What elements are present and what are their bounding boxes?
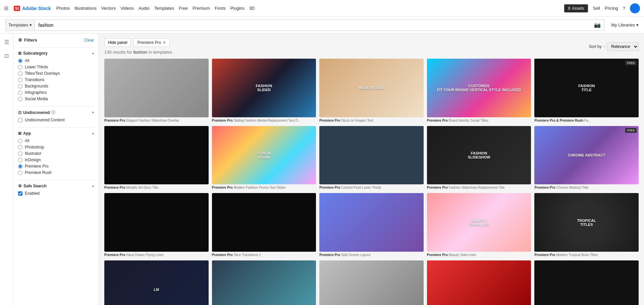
app-radio-photoshop[interactable] [18,145,22,149]
grid-item[interactable]: CHROME ABSTRACTFREEPremiere Pro Chrome A… [534,126,639,190]
grid-thumb-text: MOOD BOARD [319,59,424,117]
app-option-photoshop[interactable]: Photoshop [18,145,94,149]
app-option-premiere[interactable]: Premiere Pro [18,164,94,169]
app-radio-illustrator[interactable] [18,151,22,156]
app-radio-premiere[interactable] [18,164,22,169]
safe-search-header[interactable]: ⚙ Safe Search ▾ [18,184,94,188]
avatar[interactable] [630,3,640,13]
nav-link-3d[interactable]: 3D [249,6,255,11]
app-radio-rush[interactable] [18,171,22,175]
grid-item[interactable]: MOOD BOARDPremiere Pro Stuck on Images T… [319,59,424,123]
nav-link-vectors[interactable]: Vectors [101,6,116,11]
safe-search-checkbox[interactable] [18,191,22,196]
subcategory-radio-all[interactable] [18,59,22,63]
tag-close-icon[interactable]: ✕ [163,40,166,45]
undiscovered-header[interactable]: ⊡ Undiscovered ⓘ ▾ [18,110,94,115]
undiscovered-option[interactable]: Undiscovered Content [18,118,94,122]
subcategory-option-backgrounds[interactable]: Backgrounds [18,84,94,88]
undiscovered-checkbox[interactable] [18,118,22,122]
grid-item[interactable]: Premiere Pro Metallic Art Deco Title [104,126,209,190]
grid-item[interactable]: Premiere Pro Slice Transitions 1 [212,193,316,257]
grid-item[interactable]: Premiere Pro [319,260,424,305]
nav-link-premium[interactable]: Premium [193,6,210,11]
nav-link-plugins[interactable]: Plugins [230,6,245,11]
grid-thumb [104,59,209,117]
grid-item[interactable]: Premiere Pro [534,260,639,305]
crop-tool-icon[interactable]: ⊡ [2,51,11,61]
app-option-rush[interactable]: Premiere Rush [18,170,94,175]
subcategory-option-all[interactable]: All [18,58,94,63]
grid-thumb-text: CHROME ABSTRACT [534,126,639,185]
app-radio-indesign[interactable] [18,158,22,162]
subcategory-radio-titles[interactable] [18,71,22,76]
safe-search-enabled-option[interactable]: Enabled [18,191,94,196]
subcategory-radio-transitions[interactable] [18,78,22,82]
search-input[interactable] [38,22,591,28]
nav-link-templates[interactable]: Templates [154,6,174,11]
undiscovered-section: ⊡ Undiscovered ⓘ ▾ Undiscovered Content [18,106,94,127]
grid-item[interactable]: TROPICALTITLESPremiere Pro Modern Tropic… [534,193,639,257]
filter-tool-icon[interactable]: ☰ [2,37,11,47]
app-radio-all[interactable] [18,139,22,143]
grid-thumb [319,260,424,305]
search-category-select[interactable]: Templates ▾ [5,19,35,31]
filter-clear-button[interactable]: Clear [84,38,94,43]
assets-count: 8 [568,6,571,11]
grid-icon[interactable]: ⊞ [4,5,8,11]
subcategory-radio-social[interactable] [18,97,22,101]
nav-link-videos[interactable]: Videos [120,6,134,11]
nav-link-illustrations[interactable]: Illustrations [74,6,97,11]
help-link[interactable]: ? [623,6,625,11]
safe-search-icon: ⚙ [18,184,22,188]
grid-item[interactable]: Premiere Pro Colorful Fluid Lower Thirds [319,126,424,190]
app-header[interactable]: ⊞ App ▾ [18,131,94,136]
pricing-link[interactable]: Pricing [605,6,618,11]
grid-thumb: FASHIONSLIDER [212,59,316,117]
nav-link-photos[interactable]: Photos [56,6,70,11]
app-option-indesign[interactable]: InDesign [18,158,94,162]
grid-item[interactable]: Premiere Pro [427,260,531,305]
subcategory-option-infographics[interactable]: Infographics [18,90,94,95]
image-grid: Premiere Pro Elegant Fashion Slideshow O… [104,59,639,305]
subcategory-option-transitions[interactable]: Transitions [18,77,94,82]
grid-thumb [212,193,316,252]
grid-item[interactable]: FASHIONSLIDESHOWPremiere Pro Fashion Sli… [427,126,531,190]
my-libraries-button[interactable]: My Libraries ▾ [611,22,639,27]
sidebar-tools: ☰ ⊡ [0,34,13,305]
item-label: Premiere Pro Modern Fashion Promo Text S… [212,185,316,190]
subcategory-radio-lowerthirds[interactable] [18,65,22,69]
grid-item[interactable]: CUSTOMIZEFIT YOUR BRAND VERTICAL STYLE I… [427,59,531,123]
grid-thumb: LOREMIPSUM [212,126,316,185]
nav-link-audio[interactable]: Audio [139,6,150,11]
grid-item[interactable]: FASHIONTITLEFREEPremiere Pro & Premiere … [534,59,639,123]
grid-thumb: LM [104,260,209,305]
subcategory-radio-infographics[interactable] [18,90,22,95]
premiere-filter-tag[interactable]: Premiere Pro ✕ [133,38,170,47]
assets-button[interactable]: 8 Assets [564,4,588,12]
camera-icon[interactable]: 📷 [594,22,601,28]
grid-item[interactable]: Premiere Pro Split Screen Layout [319,193,424,257]
app-option-illustrator[interactable]: Illustrator [18,151,94,156]
sell-link[interactable]: Sell [593,6,600,11]
subcategory-chevron: ▾ [92,52,94,55]
subcategory-option-titles[interactable]: Titles/Text Overlays [18,71,94,76]
subcategory-radio-backgrounds[interactable] [18,84,22,88]
hide-panel-button[interactable]: Hide panel [104,38,131,47]
grid-item[interactable]: FASHIONSLIDERPremiere Pro Sliding Fashio… [212,59,316,123]
content-area: ☰ ⊡ ⚙ Filters Clear ⊞ Subcategory ▾ All [0,34,644,305]
grid-item[interactable]: Premiere Pro [212,260,316,305]
grid-item[interactable]: BEAUTYTEMPLATEPremiere Pro Beauty Video … [427,193,531,257]
app-option-all[interactable]: All [18,138,94,143]
nav-link-fonts[interactable]: Fonts [215,6,226,11]
grid-item[interactable]: Premiere Pro Elegant Fashion Slideshow O… [104,59,209,123]
grid-item[interactable]: LMPremiere Pro [104,260,209,305]
sort-select[interactable]: Relevance [607,42,639,51]
grid-item[interactable]: LOREMIPSUMPremiere Pro Modern Fashion Pr… [212,126,316,190]
subcategory-option-lowerthirds[interactable]: Lower Thirds [18,65,94,69]
nav-link-free[interactable]: Free [179,6,188,11]
subcategory-option-social[interactable]: Social Media [18,97,94,101]
subcategory-header[interactable]: ⊞ Subcategory ▾ [18,51,94,56]
item-label: Premiere Pro Modern Tropical Boho Titles [534,253,639,257]
grid-thumb [427,260,531,305]
grid-item[interactable]: Premiere Pro Hand Drawn Flying Lines [104,193,209,257]
